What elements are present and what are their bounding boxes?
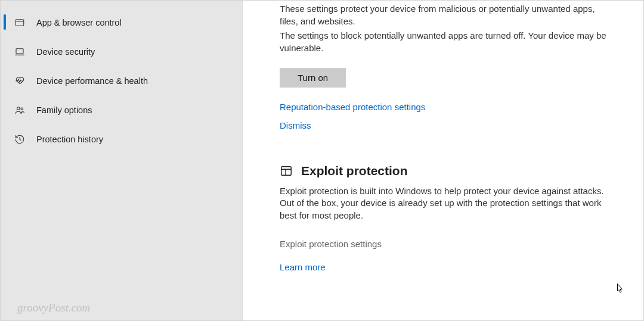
reputation-description-2: The settings to block potentially unwant… xyxy=(280,30,615,54)
dismiss-link[interactable]: Dismiss xyxy=(280,120,615,130)
watermark: groovyPost.com xyxy=(17,301,90,314)
svg-rect-2 xyxy=(16,48,23,53)
svg-rect-0 xyxy=(16,19,24,26)
window-icon xyxy=(14,17,26,29)
svg-point-5 xyxy=(21,108,23,110)
reputation-settings-link[interactable]: Reputation-based protection settings xyxy=(280,102,615,112)
exploit-protection-icon xyxy=(280,164,293,177)
learn-more-link[interactable]: Learn more xyxy=(280,262,615,272)
exploit-protection-settings-link[interactable]: Exploit protection settings xyxy=(280,239,615,249)
sidebar-item-label: Family options xyxy=(36,105,92,115)
sidebar-item-label: Protection history xyxy=(36,135,103,144)
sidebar-item-label: Device performance & health xyxy=(36,76,148,86)
sidebar-item-family-options[interactable]: Family options xyxy=(1,95,242,124)
sidebar-item-device-performance-health[interactable]: Device performance & health xyxy=(1,66,242,95)
svg-rect-6 xyxy=(281,166,292,175)
turn-on-button[interactable]: Turn on xyxy=(280,68,346,88)
exploit-protection-header: Exploit protection xyxy=(280,164,615,178)
svg-point-4 xyxy=(17,107,20,110)
main-content: These settings protect your device from … xyxy=(243,1,643,320)
sidebar-item-label: Device security xyxy=(36,47,95,57)
laptop-icon xyxy=(14,46,26,58)
cursor-pointer-icon xyxy=(614,283,624,295)
people-icon xyxy=(14,104,26,116)
sidebar-item-label: App & browser control xyxy=(36,18,122,27)
history-icon xyxy=(14,133,26,145)
sidebar: App & browser control Device security De… xyxy=(1,1,243,320)
heart-pulse-icon xyxy=(14,75,26,87)
sidebar-item-device-security[interactable]: Device security xyxy=(1,37,242,66)
exploit-protection-description: Exploit protection is built into Windows… xyxy=(280,185,615,222)
sidebar-item-protection-history[interactable]: Protection history xyxy=(1,124,242,154)
exploit-protection-title: Exploit protection xyxy=(301,164,408,178)
reputation-description-1: These settings protect your device from … xyxy=(280,3,615,27)
sidebar-item-app-browser-control[interactable]: App & browser control xyxy=(1,8,242,37)
